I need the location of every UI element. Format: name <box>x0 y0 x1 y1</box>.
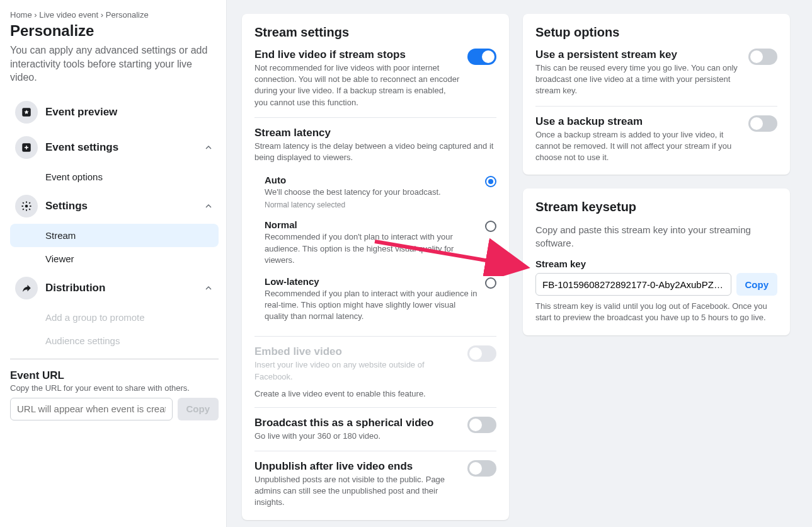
svg-point-2 <box>25 205 28 208</box>
persistent-title: Use a persistent stream key <box>535 49 741 61</box>
nav-audience[interactable]: Audience settings <box>10 329 219 352</box>
gear-icon <box>15 195 38 217</box>
breadcrumb-event[interactable]: Live video event <box>39 10 98 20</box>
stream-key-note: This stream key is valid until you log o… <box>535 301 777 323</box>
backup-desc: Once a backup stream is added to your li… <box>535 129 741 164</box>
share-icon <box>15 277 38 299</box>
event-url-title: Event URL <box>10 369 219 382</box>
latency-normal-option[interactable]: Normal Recommended if you don't plan to … <box>254 214 496 271</box>
main: Stream settings End live video if stream… <box>227 0 812 527</box>
nav-event-options[interactable]: Event options <box>10 165 219 188</box>
nav-distribution-group[interactable]: Distribution <box>10 270 219 306</box>
setup-options-title: Setup options <box>535 25 777 40</box>
nav-event-settings-group[interactable]: Event settings <box>10 130 219 165</box>
nav-viewer[interactable]: Viewer <box>10 247 219 270</box>
event-url-desc: Copy the URL for your event to share wit… <box>10 383 219 393</box>
end-stream-desc: Not recommended for live videos with poo… <box>254 62 460 108</box>
setup-options-card: Setup options Use a persistent stream ke… <box>523 14 790 175</box>
stream-key-input[interactable] <box>535 273 731 296</box>
breadcrumb-home[interactable]: Home <box>10 10 32 20</box>
event-url-input[interactable] <box>10 398 173 420</box>
sidebar: Home › Live video event › Personalize Pe… <box>0 0 227 527</box>
backup-title: Use a backup stream <box>535 115 741 128</box>
spherical-toggle[interactable] <box>467 417 496 433</box>
plus-box-icon <box>15 136 38 159</box>
persistent-desc: This can be reused every time you go liv… <box>535 62 741 97</box>
chevron-up-icon <box>203 201 214 211</box>
page-desc: You can apply any advanced settings or a… <box>10 43 219 84</box>
end-stream-toggle[interactable] <box>467 49 496 65</box>
embed-desc: Insert your live video on any website ou… <box>254 359 460 382</box>
stream-key-card: Stream keysetup Copy and paste this stre… <box>523 188 790 335</box>
event-url-copy-button[interactable]: Copy <box>178 398 219 420</box>
chevron-up-icon <box>203 283 214 293</box>
embed-title: Embed live video <box>254 345 460 358</box>
star-icon <box>15 101 38 124</box>
spherical-desc: Go live with your 360 or 180 video. <box>254 431 460 442</box>
chevron-up-icon <box>203 142 214 153</box>
spherical-title: Broadcast this as a spherical video <box>254 417 460 429</box>
latency-low-option[interactable]: Low-latency Recommended if you plan to i… <box>254 271 496 328</box>
latency-title: Stream latency <box>254 127 496 139</box>
breadcrumb: Home › Live video event › Personalize <box>10 10 219 20</box>
latency-desc: Stream latency is the delay between a vi… <box>254 141 496 163</box>
backup-toggle[interactable] <box>748 115 777 132</box>
nav-settings-group[interactable]: Settings <box>10 188 219 224</box>
unpublish-toggle[interactable] <box>467 460 496 477</box>
latency-auto-option[interactable]: Auto We'll choose the best latency for y… <box>254 170 496 214</box>
nav-event-preview[interactable]: Event preview <box>10 95 219 130</box>
breadcrumb-page: Personalize <box>106 10 149 20</box>
stream-key-title: Stream keysetup <box>535 200 777 214</box>
latency-normal-radio[interactable] <box>485 221 496 232</box>
stream-settings-card: Stream settings End live video if stream… <box>242 14 509 520</box>
unpublish-desc: Unpublished posts are not visible to the… <box>254 474 460 509</box>
stream-key-desc: Copy and paste this stream key into your… <box>535 223 777 250</box>
nav-add-group[interactable]: Add a group to promote <box>10 306 219 329</box>
unpublish-title: Unpublish after live video ends <box>254 460 460 473</box>
latency-auto-radio[interactable] <box>485 176 496 187</box>
page-title: Personalize <box>10 22 219 40</box>
embed-toggle <box>467 345 496 362</box>
nav-stream[interactable]: Stream <box>10 224 219 247</box>
latency-low-radio[interactable] <box>485 277 496 289</box>
stream-key-label: Stream key <box>535 258 777 269</box>
divider <box>10 359 219 359</box>
stream-settings-title: Stream settings <box>254 25 496 40</box>
end-stream-title: End live video if stream stops <box>254 49 460 61</box>
persistent-toggle[interactable] <box>748 49 777 65</box>
stream-key-copy-button[interactable]: Copy <box>736 273 778 296</box>
embed-note: Create a live video event to enable this… <box>254 389 496 398</box>
